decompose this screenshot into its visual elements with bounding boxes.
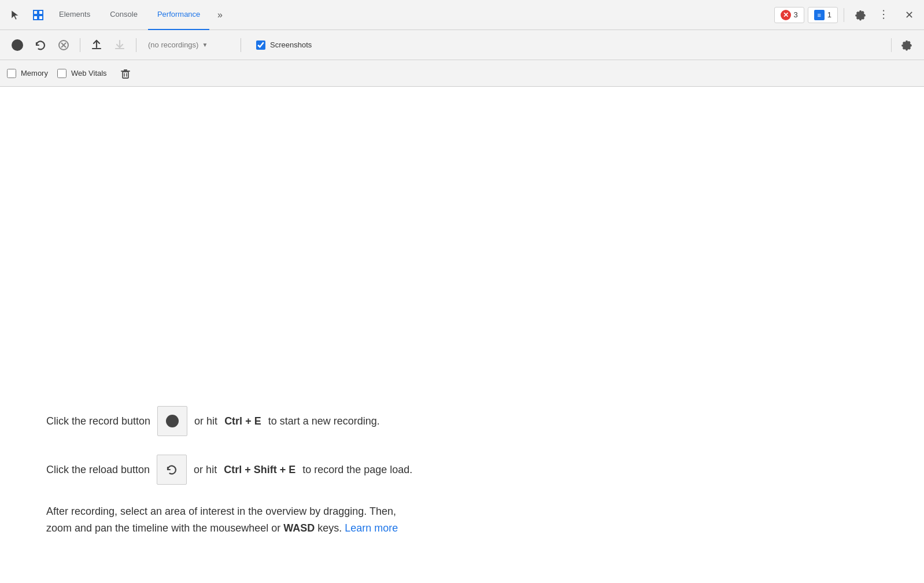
after-text-4: keys. [317,522,342,534]
upload-icon [90,39,103,51]
instruction-reload-icon [157,455,187,485]
save-profile-button[interactable] [109,35,130,56]
tab-console[interactable]: Console [101,0,147,30]
after-text-2: zoom and pan the timeline with the mouse… [46,522,280,534]
web-vitals-label: Web Vitals [71,69,107,78]
tab-elements[interactable]: Elements [50,0,99,30]
instruction-record-before: Click the record button [46,415,150,427]
svg-rect-1 [39,10,43,14]
instruction-reload-after: or hit [194,464,217,476]
reload-icon-inline [165,463,179,477]
recordings-dropdown[interactable]: (no recordings) ▼ [142,38,235,51]
warning-count: 1 [827,10,831,19]
screenshots-row: Screenshots [256,40,312,50]
toolbar-settings-button[interactable] [896,35,917,56]
svg-rect-3 [39,16,43,20]
screenshots-checkbox[interactable] [256,40,265,50]
record-dot-icon [166,415,179,427]
dropdown-arrow-icon: ▼ [202,42,208,48]
toolbar-separator-2 [136,38,136,52]
three-dots-icon: ··· [878,9,891,21]
inspect-icon [32,9,45,21]
instruction-record-icon [157,406,187,436]
screenshots-label[interactable]: Screenshots [270,40,312,49]
wasd-kbd: WASD [283,522,315,534]
memory-checkbox-label[interactable]: Memory [7,69,48,78]
svg-rect-0 [34,10,38,14]
record-button[interactable] [7,35,28,56]
warning-badge-button[interactable]: ≡ 1 [808,7,838,23]
memory-checkbox[interactable] [7,69,16,78]
download-icon [113,39,126,51]
svg-rect-2 [34,16,38,20]
recordings-label: (no recordings) [148,40,198,49]
warning-icon: ≡ [814,10,825,20]
tab-more-button[interactable]: » [210,0,229,30]
cursor-button[interactable] [5,5,25,25]
toolbar-separator-4 [891,38,892,52]
instruction-record: Click the record button or hit Ctrl + E … [46,406,412,436]
settings-gear-icon [855,9,866,21]
performance-toolbar2: Memory Web Vitals [0,60,924,87]
main-content: Click the record button or hit Ctrl + E … [0,87,924,583]
memory-label: Memory [21,69,48,78]
svg-rect-7 [123,72,128,78]
load-profile-button[interactable] [86,35,107,56]
tab-performance[interactable]: Performance [148,0,209,30]
error-count: 3 [794,10,798,19]
inspect-button[interactable] [28,5,49,25]
instruction-record-end: to start a new recording. [268,415,380,427]
web-vitals-checkbox[interactable] [57,69,66,78]
record-icon [12,39,23,51]
web-vitals-checkbox-label[interactable]: Web Vitals [57,69,107,78]
capture-settings-icon [901,39,912,51]
performance-toolbar: (no recordings) ▼ Screenshots [0,30,924,60]
trash-icon [119,67,132,80]
reload-record-icon [34,39,47,51]
ctrl-e-kbd: Ctrl + E [224,415,261,427]
learn-more-link[interactable]: Learn more [345,522,398,534]
stop-icon [57,39,70,51]
tab-bar: Elements Console Performance » ✕ 3 ≡ 1 ·… [0,0,924,30]
reload-record-button[interactable] [30,35,51,56]
cursor-icon [9,9,21,21]
toolbar-separator-1 [80,38,80,52]
instruction-reload-end: to record the page load. [302,464,412,476]
toolbar-separator-3 [241,38,241,52]
instructions-container: Click the record button or hit Ctrl + E … [46,406,412,537]
error-badge-button[interactable]: ✕ 3 [774,7,804,23]
ctrl-shift-e-kbd: Ctrl + Shift + E [224,464,295,476]
instruction-record-after: or hit [194,415,217,427]
close-icon: ✕ [905,9,914,21]
clear-button[interactable] [116,64,135,83]
more-options-button[interactable]: ··· [874,5,895,25]
stop-button[interactable] [53,35,74,56]
close-devtools-button[interactable]: ✕ [899,5,919,25]
settings-button[interactable] [850,5,871,25]
error-icon: ✕ [781,10,791,20]
separator [844,8,844,22]
after-text: After recording, select an area of inter… [46,503,412,537]
after-text-1: After recording, select an area of inter… [46,505,396,517]
instruction-reload-before: Click the reload button [46,464,150,476]
instruction-reload: Click the reload button or hit Ctrl + Sh… [46,455,412,485]
